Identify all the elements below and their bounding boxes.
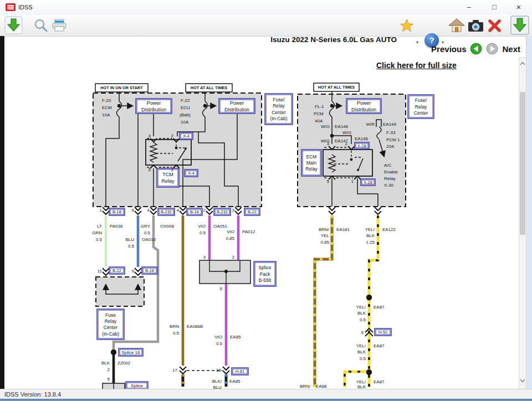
hot-header-label: HOT AT ALL TIMES [191, 85, 228, 90]
component-box-label: Center [414, 110, 428, 116]
diagram-label: W/G [321, 124, 330, 129]
diagram-label: 2 [345, 141, 348, 146]
maximize-button[interactable]: □ [488, 2, 501, 13]
diagram-label: W/G [342, 130, 351, 135]
version-text: IDSS Version: 13.8.4 [4, 391, 61, 398]
component-box-label: Relay [305, 166, 318, 172]
vehicle-title: Isuzu 2022 N-Series 6.0L Gas AUTO [270, 35, 397, 44]
component-box-label: Relay [415, 104, 427, 110]
diagram-label: ECU [181, 105, 190, 110]
component-box-label: Distribution [141, 107, 166, 112]
diagram-label: OA051 [213, 224, 227, 229]
diagram-label: BRN/ [319, 227, 330, 232]
diagram-label: BRN [170, 324, 179, 329]
component-box-label: Power [230, 100, 244, 106]
component-box-label: X-4 [183, 133, 190, 138]
component-box-label: H-81 [236, 369, 244, 374]
chevron-down-icon [520, 379, 525, 382]
diagram-label: EA85 [230, 335, 241, 340]
splice-16-dot [111, 349, 116, 355]
diagram-label: LT [97, 224, 102, 229]
diagram-label: 9 [132, 269, 135, 274]
diagram-label: PCM 1 [386, 137, 400, 142]
diagram-label: BLK [366, 233, 375, 238]
diagram-label: 4 [177, 208, 180, 213]
diagram-label: EA146 [335, 124, 349, 129]
component-box-label: X-28 [364, 180, 372, 185]
export-button[interactable] [4, 16, 23, 34]
diagram-label: 5 [149, 167, 151, 172]
diagram-label: 0.5 [128, 244, 135, 249]
component-box-label: Power [147, 100, 161, 106]
splice-pack-dot [224, 270, 228, 273]
diagram-label: 4 [147, 208, 150, 213]
next-button[interactable] [486, 43, 498, 55]
ea87-splice-dot-2 [366, 369, 372, 375]
diagram-label: 0.5 [96, 237, 103, 242]
zoom-button[interactable] [33, 18, 49, 33]
diagram-label: 3 [232, 208, 235, 213]
window-right-edge [526, 36, 532, 401]
diagram-label: (Batt) [180, 112, 191, 117]
diagram-label: X-30 [384, 183, 393, 188]
component-box-label: Splice [131, 383, 143, 388]
diagram-label: 0.5 [144, 230, 151, 235]
home-button[interactable] [448, 18, 465, 33]
favorites-dropdown-caret-icon[interactable]: ▾ [416, 40, 418, 45]
component-box-label: Fuse/ [415, 97, 427, 103]
diagram-label: PA036 [110, 224, 123, 229]
component-box-label: Splice [258, 265, 271, 270]
previous-button[interactable] [470, 43, 482, 55]
diagram-label: OA010 [142, 237, 156, 242]
download-button[interactable] [510, 16, 529, 35]
minimize-button[interactable]: – [462, 2, 475, 13]
vertical-scrollbar[interactable] [519, 57, 526, 390]
favorites-button[interactable] [399, 18, 415, 33]
previous-label: Previous [431, 44, 466, 54]
diagram-label: 18 [216, 368, 221, 373]
component-box-label: TCM [162, 172, 173, 177]
diagram-label: F-33 [386, 130, 396, 135]
component-box-label: B-18 [112, 209, 121, 214]
wiring-diagram: PowerDistributionPowerDistributionPowerD… [0, 0, 532, 401]
chevron-up-icon [520, 63, 525, 65]
diagram-label: 0.5 [360, 317, 366, 322]
component-box [157, 168, 179, 187]
component-box-label: ECM [306, 154, 317, 160]
diagram-label: BLK [101, 361, 110, 366]
component-box-label: H-52 [378, 330, 387, 335]
diagram-label: F-22 [181, 98, 190, 103]
diagram-label: VIO [214, 335, 222, 340]
diagram-label: FL-1 [315, 104, 324, 109]
diagram-label: 3 [203, 255, 206, 260]
component-box-label: Center [104, 325, 118, 330]
component-box-label: B-232 [161, 209, 172, 214]
diagram-label: 10A [181, 120, 189, 125]
delete-button[interactable] [487, 18, 502, 33]
hot-header-label: HOT AT ALL TIMES [318, 85, 355, 90]
diagram-label: EA181 [336, 227, 350, 232]
window-left-edge [0, 36, 4, 389]
diagram-label: BRN/ [300, 384, 311, 389]
component-box-label: B-22 [248, 209, 257, 214]
diagram-label: 2 [232, 255, 235, 260]
full-size-link[interactable]: Click here for full size [376, 61, 457, 70]
scroll-down-button[interactable] [519, 378, 526, 387]
diagram-label: EA086B [187, 324, 203, 329]
diagram-label: EA87 [374, 379, 385, 384]
diagram-label: VIO [198, 224, 206, 229]
status-bar: IDSS Version: 13.8.4 [0, 389, 532, 401]
screenshot-button[interactable] [468, 19, 484, 33]
scrollbar-thumb[interactable] [520, 92, 525, 235]
close-button[interactable]: × [512, 2, 525, 13]
house-icon [449, 19, 464, 25]
diagram-label: Enable [384, 169, 398, 174]
component-box-label: Relay [105, 318, 117, 324]
print-button[interactable] [51, 18, 68, 33]
diagram-label: PCM [314, 111, 324, 116]
scroll-up-button[interactable] [519, 61, 526, 70]
diagram-label: 5 [361, 330, 364, 335]
diagram-label: EA87 [374, 343, 385, 348]
diagram-label: 1 [171, 167, 174, 172]
diagram-label: F-20 [102, 98, 111, 103]
